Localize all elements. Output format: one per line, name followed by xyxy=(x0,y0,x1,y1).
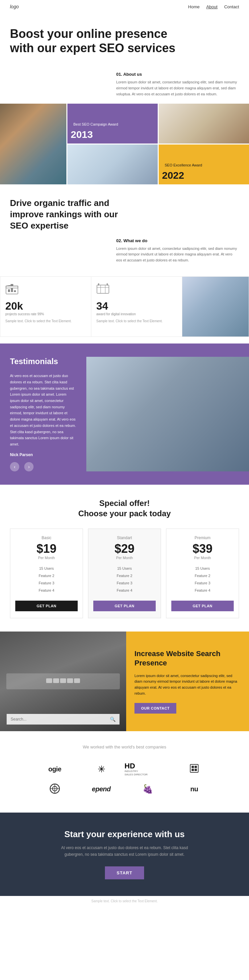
hero-title: Boost your online presence with our expe… xyxy=(10,27,176,55)
nav-links: Home About Contact xyxy=(188,4,239,9)
award-2013-label: Best SEO Campaign Award xyxy=(71,121,121,127)
plan-basic-name: Basic xyxy=(15,536,78,540)
stat-icon-2 xyxy=(96,283,177,298)
plan-premium-price: $39 xyxy=(171,542,234,556)
partner-nu-name: nu xyxy=(190,785,198,793)
what-we-do-description: Lorem ipsum dolor sit amet, consectetur … xyxy=(116,246,239,263)
testimonials-photo xyxy=(86,357,249,471)
testimonial-text: At vero eos et accusam et justo duo dolo… xyxy=(10,373,76,447)
svg-rect-15 xyxy=(190,764,198,772)
plan-basic: Basic $19 Per Month 15 Users Feature 2 F… xyxy=(10,528,83,618)
partner-grape: 🍇 xyxy=(125,780,171,799)
stat-icon-1 xyxy=(5,283,86,298)
plan-premium-name: Premium xyxy=(171,536,234,540)
plan-basic-f1: 15 Users xyxy=(15,565,78,572)
partner-grape-sym: 🍇 xyxy=(143,784,153,794)
partner-icon2 xyxy=(171,759,217,780)
plan-basic-price: $19 xyxy=(15,542,78,556)
navbar: logo Home About Contact xyxy=(0,0,249,13)
svg-rect-19 xyxy=(195,769,197,771)
testimonials-title: Testimonials xyxy=(10,357,76,366)
what-we-do-row: 02. What we do Lorem ipsum dolor sit ame… xyxy=(10,238,239,263)
pricing-title: Special offer!Choose your pack today xyxy=(10,498,239,519)
award-2022-year: 2022 xyxy=(162,170,246,181)
hero-section: Boost your online presence with our expe… xyxy=(0,13,249,65)
partner-icon2-sym xyxy=(189,763,200,776)
partners-logos: ogie ✳ HD INDUSTRYSALES DIRECTOR xyxy=(10,759,239,799)
svg-rect-3 xyxy=(11,288,13,292)
svg-rect-16 xyxy=(192,766,194,768)
stat-desc-1: Sample text. Click to select the Text El… xyxy=(5,318,86,324)
partner-circle xyxy=(32,780,78,799)
plan-basic-btn[interactable]: GET PLAN xyxy=(15,601,78,611)
pricing-section: Special offer!Choose your pack today Bas… xyxy=(0,485,249,632)
drive-title: Drive organic traffic and improve rankin… xyxy=(10,198,136,231)
svg-rect-18 xyxy=(192,769,194,771)
about-spacer xyxy=(10,72,109,97)
cta-text: At vero eos et accusam et justo duo dolo… xyxy=(58,845,191,858)
nav-home[interactable]: Home xyxy=(188,4,200,9)
partner-hd-sub: INDUSTRYSALES DIRECTOR xyxy=(125,770,148,776)
footer-note-text: Sample text. Click to select the Text El… xyxy=(10,899,239,903)
partner-epend: epend xyxy=(78,780,125,799)
plan-basic-features: 15 Users Feature 2 Feature 3 Feature 4 xyxy=(15,565,78,594)
partner-circle-sym xyxy=(49,783,61,796)
testimonial-author: Nick Parsen xyxy=(10,452,76,457)
plan-standard-btn[interactable]: GET PLAN xyxy=(93,601,156,611)
award-2022-overlay: SEO Excellence Award 2022 xyxy=(159,159,249,185)
search-bar[interactable]: 🔍 xyxy=(6,714,119,724)
nav-contact[interactable]: Contact xyxy=(224,4,239,9)
search-presence-section: 🔍 Increase Website Search Presence Lorem… xyxy=(0,632,249,731)
plan-standard-f2: Feature 2 xyxy=(93,572,156,579)
search-icon: 🔍 xyxy=(110,717,116,722)
search-input[interactable] xyxy=(11,717,107,722)
plan-standard-f3: Feature 3 xyxy=(93,579,156,587)
award-2013-year: 2013 xyxy=(71,129,154,140)
testimonials-section: Testimonials At vero eos et accusam et j… xyxy=(0,344,249,484)
cta-title: Start your experience with us xyxy=(10,829,239,840)
cta-button[interactable]: START xyxy=(105,866,144,879)
about-section-label: 01. About us xyxy=(116,72,239,77)
plan-basic-f3: Feature 3 xyxy=(15,579,78,587)
nav-about[interactable]: About xyxy=(206,4,217,9)
sp-title: Increase Website Search Presence xyxy=(135,649,241,668)
search-bar-container: 🔍 xyxy=(6,714,119,724)
cta-section: Start your experience with us At vero eo… xyxy=(0,813,249,896)
plan-basic-f4: Feature 4 xyxy=(15,587,78,594)
logo: logo xyxy=(10,4,19,9)
pricing-grid: Basic $19 Per Month 15 Users Feature 2 F… xyxy=(10,528,239,618)
plan-premium-period: Per Month xyxy=(171,556,234,560)
photo-tablet xyxy=(67,145,158,185)
award-2013-cell: Best SEO Campaign Award 2013 xyxy=(67,103,158,143)
photo-woman-computer xyxy=(0,103,67,185)
stat-photo xyxy=(182,277,249,337)
plan-standard-f4: Feature 4 xyxy=(93,587,156,594)
plan-premium-f2: Feature 2 xyxy=(171,572,234,579)
stat-num-2: 34 xyxy=(96,300,177,312)
stat-num-1: 20k xyxy=(5,300,86,312)
testimonial-next-btn[interactable]: › xyxy=(24,462,33,471)
plan-premium: Premium $39 Per Month 15 Users Feature 2… xyxy=(166,528,239,618)
what-we-do-spacer xyxy=(10,238,109,263)
testimonial-prev-btn[interactable]: ‹ xyxy=(10,462,19,471)
svg-rect-17 xyxy=(195,766,197,768)
stat-label-1: projects success rate 99% xyxy=(5,312,86,316)
partner-ogie: ogie xyxy=(32,759,78,780)
plan-standard-f1: 15 Users xyxy=(93,565,156,572)
plan-standard: Standart $29 Per Month 15 Users Feature … xyxy=(88,528,161,618)
plan-premium-f1: 15 Users xyxy=(171,565,234,572)
plan-premium-btn[interactable]: GET PLAN xyxy=(171,601,234,611)
plan-standard-name: Standart xyxy=(93,536,156,540)
partner-icon1: ✳ xyxy=(78,759,125,780)
award-2022-label: SEO Excellence Award xyxy=(162,162,205,169)
about-text-block: 01. About us Lorem ipsum dolor sit amet,… xyxy=(109,72,239,97)
svg-rect-1 xyxy=(6,286,18,288)
sp-text: Lorem ipsum dolor sit amet, consectetur … xyxy=(135,673,241,696)
partner-nu: nu xyxy=(171,780,217,799)
plan-basic-period: Per Month xyxy=(15,556,78,560)
svg-rect-4 xyxy=(14,290,16,292)
what-we-do-text: 02. What we do Lorem ipsum dolor sit ame… xyxy=(116,238,239,263)
testimonials-left: Testimonials At vero eos et accusam et j… xyxy=(0,357,86,471)
plan-premium-features: 15 Users Feature 2 Feature 3 Feature 4 xyxy=(171,565,234,594)
our-contact-button[interactable]: OUR CONTACT xyxy=(135,703,176,714)
